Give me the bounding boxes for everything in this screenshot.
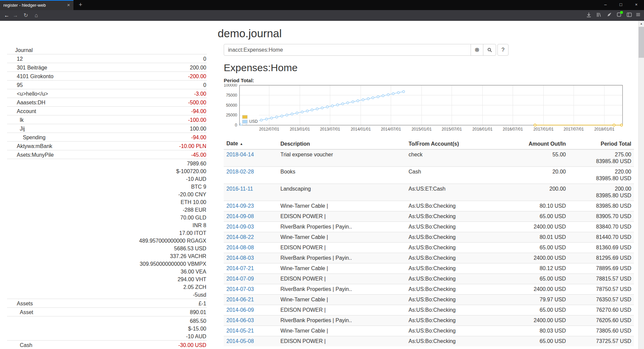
period-total-chart: 02500050000750001000002012/07/012013/01/… [221,84,624,135]
transaction-date-link[interactable]: 2014-05-08 [226,338,254,344]
transaction-date-link[interactable]: 2014-09-08 [226,213,254,219]
transaction-account: As:US:Bo:Checking [406,326,503,336]
col-amount[interactable]: Amount Out/In [503,139,569,149]
transaction-account: As:US:Bo:Checking [406,243,503,253]
transaction-amount: 65.00 USD [503,211,569,222]
transaction-date-link[interactable]: 2014-07-09 [226,276,254,282]
account-link[interactable]: 95 [7,81,23,89]
reload-button[interactable]: ↻ [21,11,31,20]
scrollbar-up-icon[interactable]: ▲ [639,21,644,27]
forward-button[interactable]: → [10,11,20,20]
register-row: 2014-06-09EDISON POWER |As:US:Bo:Checkin… [224,305,634,315]
transaction-date-link[interactable]: 2014-06-03 [226,317,254,323]
query-form: ⊗ ? [224,44,508,56]
account-balance: -94.00 [191,107,207,115]
account-link[interactable]: Aktywa:mBank [7,142,52,150]
table-header-row: Date▲ Description To/From Account(s) Amo… [224,139,634,149]
transaction-date-link[interactable]: 2014-05-21 [226,328,254,334]
account-link[interactable]: Asset [7,308,33,316]
transaction-account: As:US:Bo:Checking [406,284,503,295]
transaction-account: check [406,149,503,167]
transaction-description: Trial expense voucher [278,149,406,167]
account-link[interactable]: Journal [7,46,33,54]
transaction-account: As:US:Bo:Checking [406,295,503,305]
menu-icon[interactable] [634,12,642,19]
svg-text:25000: 25000 [226,113,237,117]
clear-query-button[interactable]: ⊗ [471,44,483,56]
period-total: 81295.69 USD [569,253,634,263]
col-account[interactable]: To/From Account(s) [406,139,503,149]
transaction-date-link[interactable]: 2014-08-03 [226,255,254,261]
maximize-button[interactable]: □ [613,0,629,10]
account-link[interactable]: Jij [7,125,25,133]
transaction-date-link[interactable]: 2014-06-21 [226,297,254,302]
new-tab-button[interactable]: + [76,1,85,9]
svg-text:2017/01/01: 2017/01/01 [533,127,553,132]
account-link[interactable]: Asets:MunyPile [7,151,54,159]
transaction-description: RiverBank Properties | Payin.. [278,222,406,232]
query-input[interactable] [224,44,471,56]
transaction-description: EDISON POWER | [278,336,406,347]
help-button[interactable]: ? [497,44,508,56]
library-icon[interactable] [594,12,603,19]
account-link[interactable]: Cash [7,341,32,349]
svg-text:0: 0 [235,123,237,128]
account-link[interactable]: <u>hello</u> [7,90,48,98]
account-link[interactable]: Account [7,107,36,115]
col-description[interactable]: Description [278,139,406,149]
transaction-amount: 80.03 USD [503,326,569,336]
transaction-account: As:US:ET:Cash [406,184,503,201]
window-close-button[interactable]: × [629,0,644,10]
account-link[interactable]: lk [7,116,24,124]
transaction-date-link[interactable]: 2014-08-08 [226,245,254,250]
transaction-description: RiverBank Properties | Payin.. [278,253,406,263]
account-link[interactable]: Assets [7,300,33,307]
search-button[interactable] [483,44,496,56]
sidebar-balance-row: -10 AUD [7,333,207,340]
account-balance: £-1 [199,300,207,307]
transaction-description: EDISON POWER | [278,305,406,315]
account-balance: 36.00 VEA [181,268,207,276]
transaction-date-link[interactable]: 2018-02-28 [226,169,254,174]
account-link[interactable]: Spending [7,134,46,141]
transaction-date-link[interactable]: 2016-11-11 [226,186,253,192]
download-icon[interactable] [584,12,593,19]
scrollbar-thumb[interactable] [639,27,644,58]
transaction-description: Wine-Tarner Cable | [278,326,406,336]
account-link[interactable]: 12 [7,55,23,63]
transaction-amount: 65.00 USD [503,336,569,347]
transaction-date-link[interactable]: 2018-04-14 [226,152,254,157]
transaction-date-link[interactable]: 2014-09-23 [226,203,254,209]
register-row: 2014-05-08EDISON POWER |As:US:Bo:Checkin… [224,336,634,347]
transaction-date-link[interactable]: 2014-08-22 [226,234,254,240]
pen-icon[interactable] [605,12,613,19]
sidebar-toggle-icon[interactable] [625,12,634,19]
period-total: 78895.69 USD [569,263,634,274]
period-total: 83985.80 USD [569,201,634,211]
transaction-date-link[interactable]: 2014-06-09 [226,307,254,313]
minimize-button[interactable]: – [598,0,613,10]
tab-close-icon[interactable]: × [66,2,71,8]
transaction-date-link[interactable]: 2014-09-03 [226,224,254,230]
transaction-account: As:US:Bo:Checking [406,201,503,211]
home-button[interactable]: ⌂ [31,11,41,20]
extension-icon[interactable] [614,12,623,19]
account-balance: 2.05 ZCH [183,283,207,291]
account-link[interactable]: 4101 Girokonto [7,72,53,80]
account-link[interactable]: 301 Beiträge [7,64,47,71]
transaction-amount: 200.00 [503,184,569,201]
col-date[interactable]: Date▲ [224,139,278,149]
transaction-date-link[interactable]: 2014-07-21 [226,265,254,271]
browser-tab[interactable]: register - hledger-web × [0,0,73,10]
account-balance: BTC 9 [191,183,207,191]
transaction-account: As:US:Bo:Checking [406,336,503,347]
svg-text:2015/07/01: 2015/07/01 [442,127,462,132]
sidebar-balance-row: -10 AUD [7,175,207,183]
account-balance: -500.00 [188,99,207,106]
transaction-date-link[interactable]: 2014-07-03 [226,286,254,292]
account-link[interactable]: Aaasets:DH [7,99,45,106]
svg-text:2018/01/01: 2018/01/01 [594,127,614,132]
page-scrollbar[interactable]: ▲ [638,21,644,349]
account-balance: 5686.53 USD [174,245,207,252]
col-period-total[interactable]: Period Total [569,139,634,149]
